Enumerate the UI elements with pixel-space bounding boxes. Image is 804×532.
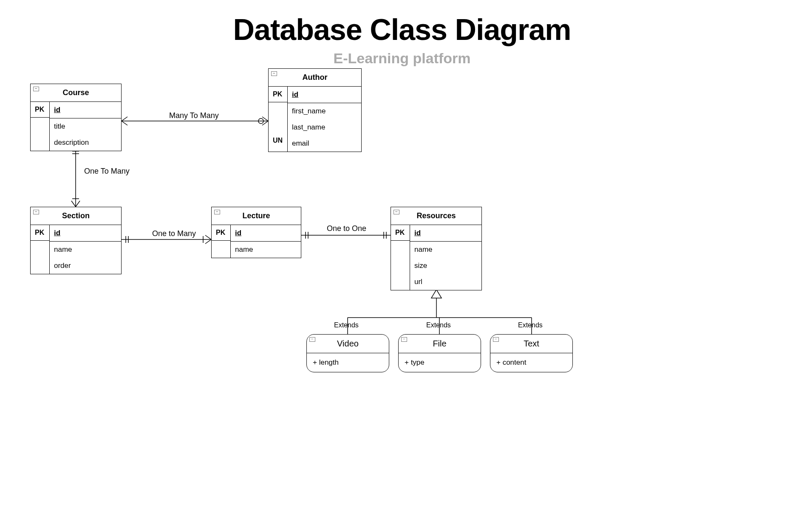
entity-name-label: Resources (416, 211, 456, 220)
field-label: email (288, 135, 361, 152)
entity-name-label: Text (524, 339, 539, 348)
entity-video: − Video + length (306, 334, 389, 372)
attr-label: + length (307, 353, 389, 372)
field-label: url (410, 274, 481, 290)
svg-point-1 (258, 118, 263, 124)
pk-label: PK (31, 102, 49, 118)
entity-lecture: − Lecture PK id name (211, 207, 301, 258)
collapse-icon[interactable]: − (33, 210, 39, 214)
rel-label-extends: Extends (518, 321, 543, 329)
pk-label: PK (269, 87, 287, 102)
svg-marker-15 (431, 290, 442, 298)
rel-label-section-lecture: One to Many (152, 229, 196, 238)
collapse-icon[interactable]: − (271, 71, 277, 76)
entity-name-label: Section (62, 211, 90, 220)
rel-label-lecture-resources: One to One (327, 224, 366, 233)
pk-label: PK (31, 225, 49, 241)
entity-name-label: Lecture (242, 211, 270, 220)
rel-label-extends: Extends (426, 321, 451, 329)
field-label: size (410, 258, 481, 274)
entity-text: − Text + content (490, 334, 573, 372)
entity-title: − Resources (391, 207, 481, 225)
field-label: name (410, 242, 481, 258)
entity-name-label: Video (337, 339, 359, 348)
pk-label: PK (212, 225, 230, 241)
collapse-icon[interactable]: − (214, 210, 220, 214)
pk-field: id (235, 229, 241, 237)
collapse-icon[interactable]: − (493, 337, 499, 342)
field-label: name (231, 242, 301, 258)
field-label: order (50, 258, 121, 274)
field-label: first_name (288, 103, 361, 119)
field-label: description (50, 135, 121, 151)
rel-label-extends: Extends (334, 321, 359, 329)
entity-name-label: File (433, 339, 446, 348)
attr-label: + content (490, 353, 572, 372)
entity-title: − Lecture (212, 207, 301, 225)
pk-field: id (292, 90, 298, 99)
collapse-icon[interactable]: − (394, 210, 399, 214)
entity-resources: − Resources PK id name size url (391, 207, 482, 290)
entity-title: − Course (31, 84, 121, 102)
entity-title: − Section (31, 207, 121, 225)
pk-field: id (414, 229, 421, 237)
attr-label: + type (399, 353, 481, 372)
entity-author: − Author PK UN id first_name last_name e… (268, 68, 362, 152)
entity-title: − Text (490, 335, 572, 353)
entity-name-label: Course (62, 88, 89, 97)
un-label: UN (269, 133, 287, 148)
entity-title: − Video (307, 335, 389, 353)
entity-course: − Course PK id title description (30, 84, 122, 151)
diagram-canvas: − Course PK id title description − Autho… (0, 0, 804, 532)
field-label: last_name (288, 119, 361, 135)
entity-section: − Section PK id name order (30, 207, 122, 274)
collapse-icon[interactable]: − (33, 87, 39, 91)
rel-label-course-author: Many To Many (169, 111, 219, 120)
pk-field: id (54, 106, 60, 114)
entity-file: − File + type (398, 334, 481, 372)
field-label: name (50, 242, 121, 258)
pk-label: PK (391, 225, 410, 241)
collapse-icon[interactable]: − (401, 337, 407, 342)
entity-title: − Author (269, 69, 361, 87)
collapse-icon[interactable]: − (309, 337, 315, 342)
entity-name-label: Author (303, 73, 328, 82)
entity-title: − File (399, 335, 481, 353)
field-label: title (50, 118, 121, 135)
rel-label-course-section: One To Many (84, 167, 130, 176)
pk-field: id (54, 229, 60, 237)
